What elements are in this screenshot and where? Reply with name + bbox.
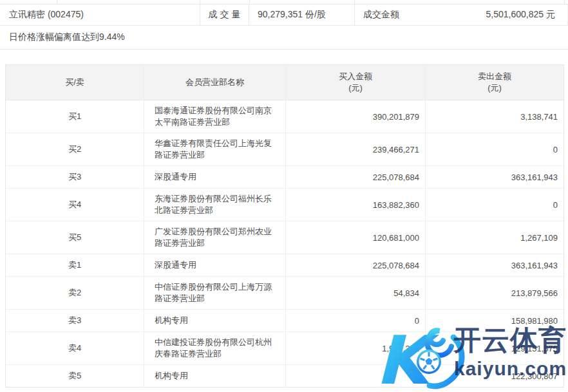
header-buy-line2: (元)	[348, 82, 363, 94]
table-row: 卖5 机构专用 0 122,300,807	[6, 365, 563, 387]
header-broker: 会员营业部名称	[144, 65, 286, 100]
table-row: 卖4 中信建投证券股份有限公司杭州庆春路证券营业部 1,952,322 129,…	[6, 332, 563, 365]
broker-cell: 机构专用	[144, 310, 286, 331]
sell-amount-cell: 363,161,943	[426, 166, 563, 188]
side-cell: 卖4	[6, 332, 144, 364]
sell-amount-cell: 3,138,741	[426, 100, 563, 133]
sell-amount-cell: 363,161,943	[426, 254, 563, 276]
broker-cell: 深股通专用	[144, 166, 286, 188]
broker-cell: 华鑫证券有限责任公司上海光复路证券营业部	[144, 133, 286, 165]
table-row: 卖3 机构专用 0 158,981,980	[6, 310, 563, 332]
buy-amount-cell: 120,681,000	[286, 221, 426, 254]
table-row: 卖1 深股通专用 225,078,684 363,161,943	[6, 254, 563, 277]
broker-seats-table: 买/卖 会员营业部名称 买入金额 (元) 卖出金额 (元) 买1 国泰海通证券股…	[5, 64, 564, 387]
sell-amount-cell: 1,267,109	[426, 221, 563, 254]
table-row: 买3 深股通专用 225,078,684 363,161,943	[6, 166, 563, 189]
side-cell: 买2	[6, 133, 144, 165]
summary-row: 立讯精密 (002475) 成 交 量 90,279,351 份/股 成交金额 …	[0, 5, 568, 26]
cropped-row-sliver	[0, 0, 568, 5]
stock-title: 立讯精密 (002475)	[0, 5, 200, 25]
side-cell: 买5	[6, 221, 144, 254]
sell-amount-cell: 0	[426, 133, 563, 165]
table-row: 买5 广发证券股份有限公司郑州农业路证券营业部 120,681,000 1,26…	[6, 221, 563, 254]
sell-amount-cell: 158,981,980	[426, 310, 563, 331]
broker-cell: 机构专用	[144, 365, 286, 387]
buy-amount-cell: 225,078,684	[286, 254, 426, 276]
volume-label: 成 交 量	[200, 5, 249, 25]
side-cell: 买3	[6, 166, 144, 188]
table-row: 买1 国泰海通证券股份有限公司南京太平南路证券营业部 390,201,879 3…	[6, 100, 563, 133]
broker-cell: 广发证券股份有限公司郑州农业路证券营业部	[144, 221, 286, 254]
buy-amount-cell: 163,882,360	[286, 189, 426, 221]
header-sell-amount: 卖出金额 (元)	[426, 65, 563, 100]
buy-amount-cell: 0	[286, 365, 426, 387]
side-cell: 卖2	[6, 277, 144, 309]
sell-amount-cell: 129,151,575	[426, 332, 563, 364]
buy-amount-cell: 0	[286, 310, 426, 331]
broker-cell: 深股通专用	[144, 254, 286, 276]
broker-cell: 东海证券股份有限公司福州长乐北路证券营业部	[144, 189, 286, 221]
table-row: 卖2 中信证券股份有限公司上海万源路证券营业部 54,834 213,879,5…	[6, 277, 563, 310]
turnover-label: 成交金额	[354, 5, 457, 25]
table-row: 买2 华鑫证券有限责任公司上海光复路证券营业部 239,466,271 0	[6, 133, 563, 166]
table-header-row: 买/卖 会员营业部名称 买入金额 (元) 卖出金额 (元)	[6, 65, 563, 100]
buy-amount-cell: 225,078,684	[286, 166, 426, 188]
broker-cell: 中信证券股份有限公司上海万源路证券营业部	[144, 277, 286, 309]
side-cell: 卖5	[6, 365, 144, 387]
sell-amount-cell: 213,879,566	[426, 277, 563, 309]
side-cell: 买4	[6, 189, 144, 221]
header-buy-amount: 买入金额 (元)	[286, 65, 426, 100]
buy-amount-cell: 54,834	[286, 277, 426, 309]
broker-cell: 中信建投证券股份有限公司杭州庆春路证券营业部	[144, 332, 286, 364]
broker-cell: 国泰海通证券股份有限公司南京太平南路证券营业部	[144, 100, 286, 133]
buy-amount-cell: 239,466,271	[286, 133, 426, 165]
turnover-value: 5,501,600,825 元	[457, 5, 568, 25]
side-cell: 卖3	[6, 310, 144, 331]
header-buy-line1: 买入金额	[339, 71, 372, 82]
summary-section: 立讯精密 (002475) 成 交 量 90,279,351 份/股 成交金额 …	[0, 0, 568, 50]
header-sell-line2: (元)	[488, 82, 502, 94]
header-side: 买/卖	[6, 65, 144, 100]
side-cell: 卖1	[6, 254, 144, 276]
header-sell-line1: 卖出金额	[478, 71, 511, 82]
volume-value: 90,279,351 份/股	[249, 5, 354, 25]
buy-amount-cell: 390,201,879	[286, 100, 426, 133]
table-row: 买4 东海证券股份有限公司福州长乐北路证券营业部 163,882,360 0	[6, 189, 563, 221]
deviation-notice: 日价格涨幅偏离值达到9.44%	[0, 26, 568, 50]
sell-amount-cell: 0	[426, 189, 563, 221]
buy-amount-cell: 1,952,322	[286, 332, 426, 364]
sell-amount-cell: 122,300,807	[426, 365, 563, 387]
side-cell: 买1	[6, 100, 144, 133]
